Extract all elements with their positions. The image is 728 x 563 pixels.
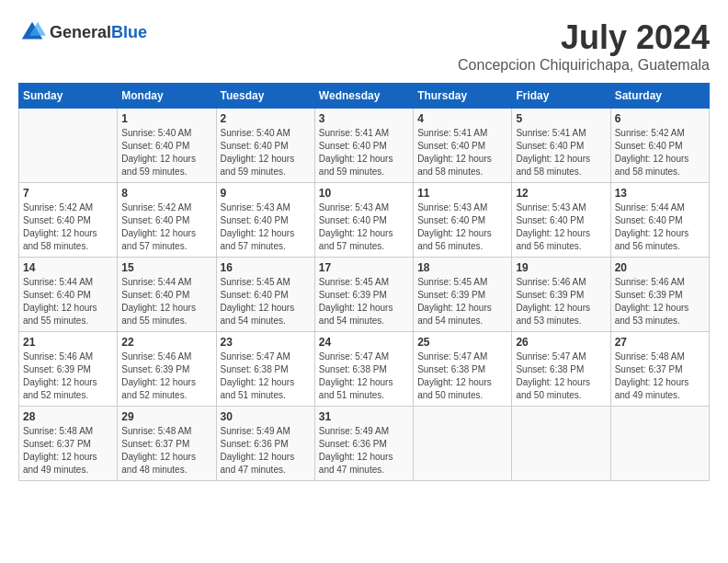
day-info: Sunrise: 5:41 AM Sunset: 6:40 PM Dayligh… xyxy=(319,127,409,178)
calendar-cell: 27Sunrise: 5:48 AM Sunset: 6:37 PM Dayli… xyxy=(610,332,709,407)
day-number: 4 xyxy=(417,112,507,125)
day-number: 6 xyxy=(615,112,705,125)
day-info: Sunrise: 5:41 AM Sunset: 6:40 PM Dayligh… xyxy=(417,127,507,178)
day-number: 15 xyxy=(121,261,211,274)
calendar-cell xyxy=(512,407,610,481)
week-row-0: 1Sunrise: 5:40 AM Sunset: 6:40 PM Daylig… xyxy=(19,109,710,183)
calendar-cell: 22Sunrise: 5:46 AM Sunset: 6:39 PM Dayli… xyxy=(118,332,216,407)
calendar-cell xyxy=(414,407,512,481)
day-info: Sunrise: 5:43 AM Sunset: 6:40 PM Dayligh… xyxy=(319,201,409,253)
day-info: Sunrise: 5:47 AM Sunset: 6:38 PM Dayligh… xyxy=(221,350,311,402)
header-monday: Monday xyxy=(118,84,216,109)
calendar-cell: 30Sunrise: 5:49 AM Sunset: 6:36 PM Dayli… xyxy=(216,407,314,481)
day-number: 25 xyxy=(417,336,507,349)
calendar-cell: 15Sunrise: 5:44 AM Sunset: 6:40 PM Dayli… xyxy=(118,258,216,332)
calendar-cell: 23Sunrise: 5:47 AM Sunset: 6:38 PM Dayli… xyxy=(216,332,314,407)
header-sunday: Sunday xyxy=(19,84,118,109)
calendar-cell: 14Sunrise: 5:44 AM Sunset: 6:40 PM Dayli… xyxy=(19,258,118,332)
logo: GeneralBlue xyxy=(18,18,147,46)
day-info: Sunrise: 5:48 AM Sunset: 6:37 PM Dayligh… xyxy=(615,350,705,402)
day-number: 3 xyxy=(319,112,409,125)
calendar-cell: 20Sunrise: 5:46 AM Sunset: 6:39 PM Dayli… xyxy=(610,258,709,332)
day-info: Sunrise: 5:47 AM Sunset: 6:38 PM Dayligh… xyxy=(319,350,409,402)
day-info: Sunrise: 5:49 AM Sunset: 6:36 PM Dayligh… xyxy=(221,425,311,477)
day-info: Sunrise: 5:47 AM Sunset: 6:38 PM Dayligh… xyxy=(516,350,606,402)
day-number: 1 xyxy=(121,112,211,125)
title-area: July 2024 Concepcion Chiquirichapa, Guat… xyxy=(458,18,710,74)
calendar-cell: 12Sunrise: 5:43 AM Sunset: 6:40 PM Dayli… xyxy=(512,183,610,258)
day-info: Sunrise: 5:48 AM Sunset: 6:37 PM Dayligh… xyxy=(121,425,211,477)
calendar-cell: 28Sunrise: 5:48 AM Sunset: 6:37 PM Dayli… xyxy=(19,407,118,481)
day-number: 18 xyxy=(417,261,507,274)
day-number: 16 xyxy=(221,261,311,274)
day-info: Sunrise: 5:45 AM Sunset: 6:39 PM Dayligh… xyxy=(417,276,507,327)
location-title: Concepcion Chiquirichapa, Guatemala xyxy=(458,57,710,74)
day-number: 26 xyxy=(516,336,606,349)
calendar-cell: 3Sunrise: 5:41 AM Sunset: 6:40 PM Daylig… xyxy=(314,109,413,183)
header: GeneralBlue July 2024 Concepcion Chiquir… xyxy=(18,18,710,74)
calendar-cell: 16Sunrise: 5:45 AM Sunset: 6:40 PM Dayli… xyxy=(216,258,314,332)
header-saturday: Saturday xyxy=(610,84,709,109)
day-number: 11 xyxy=(417,187,507,200)
day-number: 20 xyxy=(615,261,705,274)
day-info: Sunrise: 5:47 AM Sunset: 6:38 PM Dayligh… xyxy=(417,350,507,402)
day-info: Sunrise: 5:40 AM Sunset: 6:40 PM Dayligh… xyxy=(221,127,311,178)
header-tuesday: Tuesday xyxy=(216,84,314,109)
calendar-cell: 31Sunrise: 5:49 AM Sunset: 6:36 PM Dayli… xyxy=(314,407,413,481)
calendar-cell: 26Sunrise: 5:47 AM Sunset: 6:38 PM Dayli… xyxy=(512,332,610,407)
calendar-table: SundayMondayTuesdayWednesdayThursdayFrid… xyxy=(18,83,710,481)
day-number: 5 xyxy=(516,112,606,125)
day-number: 8 xyxy=(121,187,211,200)
calendar-cell: 18Sunrise: 5:45 AM Sunset: 6:39 PM Dayli… xyxy=(414,258,512,332)
day-info: Sunrise: 5:41 AM Sunset: 6:40 PM Dayligh… xyxy=(516,127,606,178)
day-info: Sunrise: 5:43 AM Sunset: 6:40 PM Dayligh… xyxy=(516,201,606,253)
day-info: Sunrise: 5:49 AM Sunset: 6:36 PM Dayligh… xyxy=(319,425,409,477)
day-number: 13 xyxy=(615,187,705,200)
calendar-cell: 19Sunrise: 5:46 AM Sunset: 6:39 PM Dayli… xyxy=(512,258,610,332)
day-info: Sunrise: 5:46 AM Sunset: 6:39 PM Dayligh… xyxy=(615,276,705,327)
day-number: 19 xyxy=(516,261,606,274)
day-number: 14 xyxy=(23,261,113,274)
day-info: Sunrise: 5:44 AM Sunset: 6:40 PM Dayligh… xyxy=(121,276,211,327)
week-row-2: 14Sunrise: 5:44 AM Sunset: 6:40 PM Dayli… xyxy=(19,258,710,332)
calendar-cell: 7Sunrise: 5:42 AM Sunset: 6:40 PM Daylig… xyxy=(19,183,118,258)
day-number: 2 xyxy=(221,112,311,125)
day-info: Sunrise: 5:46 AM Sunset: 6:39 PM Dayligh… xyxy=(516,276,606,327)
calendar-cell: 10Sunrise: 5:43 AM Sunset: 6:40 PM Dayli… xyxy=(314,183,413,258)
week-row-3: 21Sunrise: 5:46 AM Sunset: 6:39 PM Dayli… xyxy=(19,332,710,407)
calendar-cell: 25Sunrise: 5:47 AM Sunset: 6:38 PM Dayli… xyxy=(414,332,512,407)
day-info: Sunrise: 5:48 AM Sunset: 6:37 PM Dayligh… xyxy=(23,425,113,477)
calendar-cell xyxy=(19,109,118,183)
header-thursday: Thursday xyxy=(414,84,512,109)
calendar-cell: 2Sunrise: 5:40 AM Sunset: 6:40 PM Daylig… xyxy=(216,109,314,183)
day-info: Sunrise: 5:45 AM Sunset: 6:39 PM Dayligh… xyxy=(319,276,409,327)
week-row-1: 7Sunrise: 5:42 AM Sunset: 6:40 PM Daylig… xyxy=(19,183,710,258)
day-number: 17 xyxy=(319,261,409,274)
day-number: 12 xyxy=(516,187,606,200)
calendar-cell xyxy=(610,407,709,481)
day-info: Sunrise: 5:46 AM Sunset: 6:39 PM Dayligh… xyxy=(121,350,211,402)
header-friday: Friday xyxy=(512,84,610,109)
day-number: 30 xyxy=(221,410,311,423)
day-info: Sunrise: 5:44 AM Sunset: 6:40 PM Dayligh… xyxy=(615,201,705,253)
calendar-cell: 21Sunrise: 5:46 AM Sunset: 6:39 PM Dayli… xyxy=(19,332,118,407)
logo-text: GeneralBlue xyxy=(50,23,147,42)
calendar-cell: 4Sunrise: 5:41 AM Sunset: 6:40 PM Daylig… xyxy=(414,109,512,183)
week-row-4: 28Sunrise: 5:48 AM Sunset: 6:37 PM Dayli… xyxy=(19,407,710,481)
day-number: 27 xyxy=(615,336,705,349)
day-info: Sunrise: 5:45 AM Sunset: 6:40 PM Dayligh… xyxy=(221,276,311,327)
month-title: July 2024 xyxy=(458,18,710,57)
logo-icon xyxy=(18,18,46,46)
day-info: Sunrise: 5:43 AM Sunset: 6:40 PM Dayligh… xyxy=(221,201,311,253)
calendar-cell: 5Sunrise: 5:41 AM Sunset: 6:40 PM Daylig… xyxy=(512,109,610,183)
day-number: 22 xyxy=(121,336,211,349)
day-info: Sunrise: 5:44 AM Sunset: 6:40 PM Dayligh… xyxy=(23,276,113,327)
calendar-cell: 29Sunrise: 5:48 AM Sunset: 6:37 PM Dayli… xyxy=(118,407,216,481)
days-header-row: SundayMondayTuesdayWednesdayThursdayFrid… xyxy=(19,84,710,109)
day-info: Sunrise: 5:42 AM Sunset: 6:40 PM Dayligh… xyxy=(121,201,211,253)
day-info: Sunrise: 5:40 AM Sunset: 6:40 PM Dayligh… xyxy=(121,127,211,178)
day-number: 7 xyxy=(23,187,113,200)
calendar-cell: 17Sunrise: 5:45 AM Sunset: 6:39 PM Dayli… xyxy=(314,258,413,332)
day-info: Sunrise: 5:42 AM Sunset: 6:40 PM Dayligh… xyxy=(23,201,113,253)
day-info: Sunrise: 5:43 AM Sunset: 6:40 PM Dayligh… xyxy=(417,201,507,253)
